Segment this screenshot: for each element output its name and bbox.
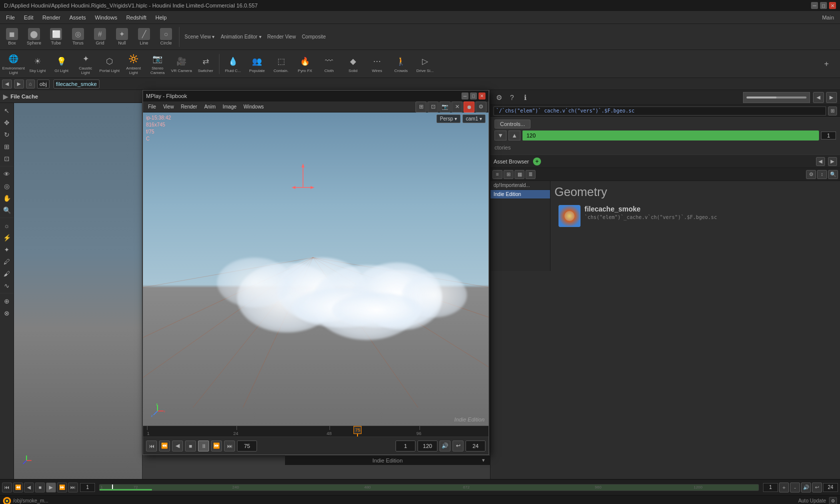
slider-stepper-down[interactable]: ▼ (494, 130, 506, 140)
playback-reverse[interactable]: ◀ (172, 440, 183, 452)
tool-circle[interactable]: ○ Circle (156, 26, 176, 48)
playback-step-fwd[interactable]: ⏩ (211, 440, 222, 452)
sidebar-handle-tool[interactable]: ⊡ (2, 153, 12, 164)
mplay-settings-button[interactable]: ⚙ (476, 102, 486, 112)
menu-redshift[interactable]: Redshift (122, 14, 150, 22)
loop-button[interactable]: ↩ (452, 440, 464, 452)
asset-item-1[interactable]: dp!Importerald... (490, 181, 550, 190)
slider-track[interactable]: 120 (522, 130, 819, 140)
mplay-minimize-button[interactable]: ─ (462, 92, 468, 100)
ab-grid-view[interactable]: ⊞ (504, 170, 514, 179)
mplay-toolbar-btn-4[interactable]: ✕ (452, 102, 462, 112)
sidebar-orbit-tool[interactable]: ◎ (2, 180, 12, 192)
shelf-cloth[interactable]: 〰 Cloth (318, 52, 340, 76)
shelf-caustic-light[interactable]: ✦ Caustic Light (74, 52, 97, 76)
audio-button[interactable]: 🔊 (440, 440, 450, 452)
shelf-populate[interactable]: 👥 Populate (246, 52, 268, 76)
playback-skip-end[interactable]: ⏭ (224, 440, 235, 452)
ab-filter-btn[interactable]: ⚙ (806, 170, 816, 179)
slider-stepper-up[interactable]: ▲ (508, 130, 520, 140)
right-info-icon[interactable]: ℹ (520, 92, 530, 103)
mplay-timeline[interactable]: 1 24 48 75 96 (143, 426, 488, 436)
menu-edit[interactable]: Edit (20, 14, 38, 22)
asset-browser-collapse[interactable]: ◀ (816, 157, 825, 166)
audio-toggle-btn[interactable]: 🔊 (801, 482, 811, 492)
shelf-solid[interactable]: ◆ Solid (342, 52, 364, 76)
tl-step-back[interactable]: ⏪ (13, 482, 23, 492)
composite-dropdown[interactable]: Composite (300, 34, 328, 40)
sidebar-hair-tool[interactable]: ∿ (2, 280, 12, 291)
ab-tile-view[interactable]: ▦ (514, 170, 524, 179)
tl-fps-display[interactable]: 24 (823, 483, 838, 492)
right-expand-icon[interactable]: ▶ (826, 92, 837, 103)
loop-toggle-btn[interactable]: ↩ (812, 482, 822, 492)
sidebar-sculpt-tool[interactable]: 🖊 (2, 256, 12, 267)
sidebar-move-tool[interactable]: ✥ (2, 117, 12, 128)
shelf-ambient-light[interactable]: 🔆 Ambient Light (122, 52, 145, 76)
sidebar-select-tool[interactable]: ↖ (2, 105, 12, 116)
mplay-menu-windows[interactable]: Windows (240, 104, 267, 110)
shelf-fluid[interactable]: 💧 Fluid C... (222, 52, 244, 76)
menu-windows[interactable]: Windows (91, 14, 122, 22)
menu-render[interactable]: Render (38, 14, 64, 22)
tool-torus[interactable]: ◎ Torus (68, 26, 88, 48)
shelf-environment-light[interactable]: 🌐 Environment Light (2, 52, 25, 76)
status-settings-btn[interactable]: ⚙ (829, 497, 837, 504)
mplay-menu-render[interactable]: Render (178, 104, 200, 110)
expression-input[interactable] (494, 106, 826, 116)
playhead-marker[interactable]: 75 (354, 426, 362, 434)
animation-editor-dropdown[interactable]: Animation Editor ▾ (218, 34, 263, 40)
render-view-dropdown[interactable]: Render View (266, 34, 298, 40)
ab-details-view[interactable]: ≣ (526, 170, 536, 179)
mplay-toolbar-btn-2[interactable]: ⊡ (428, 102, 438, 112)
shelf-drive-si[interactable]: ▷ Drive Si... (414, 52, 436, 76)
playback-skip-start[interactable]: ⏮ (146, 440, 157, 452)
minimize-button[interactable]: ─ (811, 2, 818, 9)
asset-browser-add-button[interactable]: + (533, 158, 541, 166)
path-forward-button[interactable]: ▶ (14, 80, 24, 88)
shelf-add-button[interactable]: + (815, 52, 838, 76)
sidebar-collapse-icon[interactable]: ▶ (3, 92, 8, 100)
sidebar-rotate-tool[interactable]: ↻ (2, 129, 12, 140)
menu-file[interactable]: File (2, 14, 19, 22)
ab-search-icon[interactable]: 🔍 (828, 170, 838, 179)
mplay-menu-file[interactable]: File (145, 104, 159, 110)
perspective-dropdown[interactable]: Persp ▾ (436, 114, 460, 123)
ab-list-view[interactable]: ≡ (492, 170, 502, 179)
tl-step-fwd[interactable]: ⏩ (57, 482, 67, 492)
tl-play[interactable]: ▶ (46, 482, 56, 492)
shelf-portal-light[interactable]: ⬡ Portal Light (98, 52, 121, 76)
slider-end-value[interactable]: 1 (821, 132, 836, 140)
tool-tube[interactable]: ⬜ Tube (46, 26, 66, 48)
shelf-switcher[interactable]: ⇄ Switcher (194, 52, 217, 76)
tl-frame-display[interactable]: 1 (80, 483, 95, 492)
close-button[interactable]: ✕ (829, 2, 836, 9)
tl-skip-start[interactable]: ⏮ (2, 482, 12, 492)
mplay-menu-view[interactable]: View (160, 104, 177, 110)
tool-box[interactable]: ◼ Box (2, 26, 22, 48)
auto-update-label[interactable]: Auto Update (798, 498, 826, 504)
sidebar-pan-tool[interactable]: ✋ (2, 192, 12, 204)
start-frame-display[interactable]: 1 (396, 440, 416, 452)
path-home-button[interactable]: ⌂ (26, 80, 35, 88)
shelf-wires[interactable]: ⋯ Wires (366, 52, 388, 76)
expr-expand-button[interactable]: ⊞ (828, 106, 837, 116)
shelf-sky-light[interactable]: ☀ Sky Light (26, 52, 49, 76)
menu-help[interactable]: Help (152, 14, 171, 22)
sidebar-icon-b[interactable]: ⊗ (2, 308, 12, 318)
sidebar-pose-tool[interactable]: ☼ (2, 220, 12, 231)
indie-footer-arrow[interactable]: ▾ (482, 457, 485, 464)
mplay-menu-anim[interactable]: Anim (201, 104, 218, 110)
fps-display[interactable]: 24 (466, 440, 486, 452)
sidebar-particle-tool[interactable]: ✦ (2, 244, 12, 255)
shelf-contain[interactable]: ⬚ Contain. (270, 52, 292, 76)
mplay-maximize-button[interactable]: □ (470, 92, 477, 100)
shelf-gi-light[interactable]: 💡 GI Light (50, 52, 73, 76)
tl-stop[interactable]: ■ (35, 482, 45, 492)
tool-null[interactable]: ✦ Null (112, 26, 132, 48)
tl-skip-end[interactable]: ⏭ (68, 482, 78, 492)
sidebar-zoom-tool[interactable]: 🔍 (2, 204, 12, 216)
zoom-out-btn[interactable]: - (790, 482, 800, 492)
ab-sort-btn[interactable]: ↕ (817, 170, 827, 179)
playback-stop[interactable]: ■ (185, 440, 196, 452)
